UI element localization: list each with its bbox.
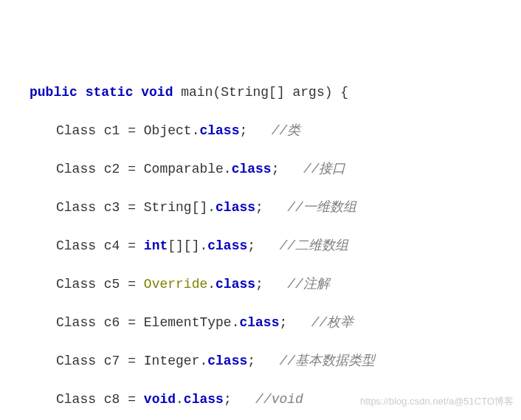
keyword-class: class — [184, 392, 224, 407]
signature-rest: main(String[] args) { — [173, 85, 348, 100]
code-line-decl: Class c7 = Integer.class; //基本数据类型 — [30, 351, 521, 371]
decl-mid: [][]. — [168, 238, 207, 253]
decl-mid: . — [176, 392, 184, 407]
decl-pre: Class c8 = — [56, 392, 144, 407]
code-line-signature: public static void main(String[] args) { — [30, 83, 521, 102]
decl-pre: Class c5 = — [56, 277, 144, 292]
code-line-decl: Class c1 = Object.class; //类 — [30, 121, 521, 140]
decl-pre: Class c2 = Comparable. — [56, 162, 232, 176]
keyword-class: class — [207, 354, 247, 368]
keyword-public: public — [30, 85, 77, 100]
decl-mid: . — [207, 277, 215, 292]
comment: //void — [255, 392, 303, 407]
decl-pre: Class c6 = ElementType. — [56, 315, 239, 330]
decl-pre: Class c4 = — [56, 238, 144, 253]
decl-post: ; — [272, 162, 303, 176]
decl-pre: Class c3 = String[]. — [56, 200, 215, 215]
keyword-class: class — [215, 200, 255, 215]
decl-pre: Class c7 = Integer. — [56, 354, 207, 368]
keyword-class: class — [232, 162, 272, 176]
decl-post: ; — [247, 238, 279, 253]
comment: //注解 — [287, 277, 330, 292]
code-line-decl: Class c2 = Comparable.class; //接口 — [30, 159, 521, 179]
watermark-text: https://blog.csdn.net/a@51CTO博客 — [360, 392, 514, 411]
comment: //基本数据类型 — [279, 354, 375, 368]
decl-post: ; — [224, 392, 255, 407]
code-line-decl: Class c4 = int[][].class; //二维数组 — [30, 236, 521, 255]
keyword-class: class — [207, 238, 247, 253]
decl-post: ; — [255, 277, 287, 292]
decl-post: ; — [247, 354, 279, 368]
keyword-class: class — [215, 277, 255, 292]
comment: //类 — [272, 123, 301, 138]
code-line-decl: Class c3 = String[].class; //一维数组 — [30, 198, 521, 217]
decl-post: ; — [239, 123, 271, 138]
keyword-int: int — [144, 238, 168, 253]
keyword-static: static — [86, 85, 134, 100]
annotation-override: Override — [144, 277, 207, 292]
decl-post: ; — [279, 315, 311, 330]
keyword-class: class — [239, 315, 279, 330]
keyword-class: class — [199, 123, 239, 138]
comment: //一维数组 — [287, 200, 356, 215]
decl-pre: Class c1 = Object. — [56, 123, 199, 138]
keyword-void: void — [144, 392, 176, 407]
keyword-void: void — [141, 85, 173, 100]
comment: //二维数组 — [279, 238, 348, 253]
code-line-decl: Class c6 = ElementType.class; //枚举 — [30, 313, 521, 332]
decl-post: ; — [255, 200, 287, 215]
comment: //接口 — [303, 162, 346, 176]
code-line-decl: Class c5 = Override.class; //注解 — [30, 275, 521, 294]
comment: //枚举 — [311, 315, 354, 330]
